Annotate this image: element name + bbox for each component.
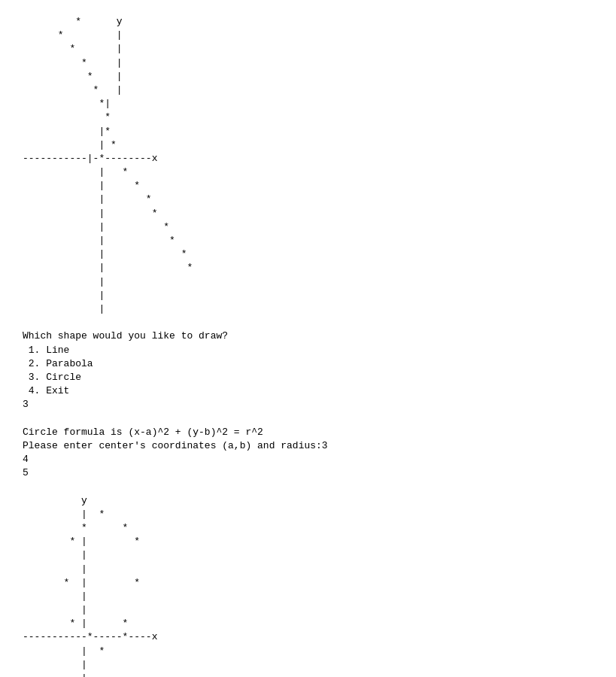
menu-section: Which shape would you like to draw? 1. L… [23,329,593,411]
terminal-output: * y * | * | * | * | * | *| * |* | * ----… [23,15,593,677]
circle-section: Circle formula is (x-a)^2 + (y-b)^2 = r^… [23,426,593,481]
graph-bottom: y | * * * * | * | | * | * | | * | * ----… [23,494,593,677]
graph-top: * y * | * | * | * | * | *| * |* | * ----… [23,15,593,316]
